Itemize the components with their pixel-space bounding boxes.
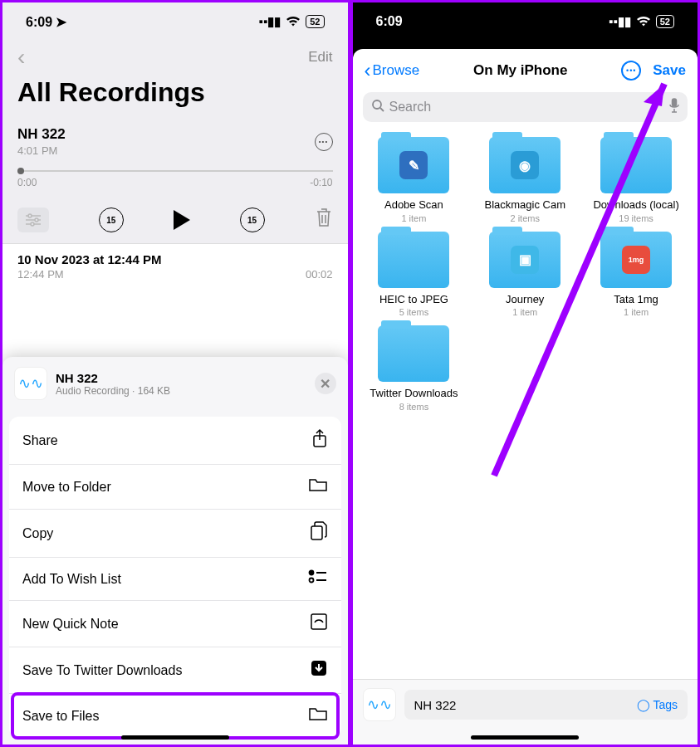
filename-text: NH 322 bbox=[414, 698, 457, 712]
folder-adobe-scan[interactable]: ✎Adobe Scan1 item bbox=[361, 137, 467, 223]
page-title: All Recordings bbox=[2, 74, 348, 118]
menu-item-add-to-wish-list[interactable]: Add To Wish List bbox=[9, 558, 341, 601]
menu-icon bbox=[308, 569, 328, 588]
recording2-duration: 00:02 bbox=[306, 268, 333, 281]
clock: 6:09 bbox=[376, 14, 403, 29]
folder-count: 1 item bbox=[583, 307, 689, 317]
svg-point-5 bbox=[31, 222, 34, 226]
files-sheet: ‹Browse On My iPhone ••• Save Search ✎Ad… bbox=[353, 49, 698, 745]
skip-forward-button[interactable]: 15 bbox=[240, 208, 265, 232]
sheet-file-sub: Audio Recording · 164 KB bbox=[56, 385, 306, 397]
nav-title: On My iPhone bbox=[473, 62, 567, 79]
more-icon[interactable]: ••• bbox=[621, 61, 641, 81]
recording-item[interactable]: 10 Nov 2023 at 12:44 PM 12:44 PM 00:02 bbox=[2, 243, 348, 289]
svg-point-10 bbox=[309, 571, 313, 575]
folder-name: Twitter Downloads bbox=[361, 387, 467, 400]
menu-item-save-to-twitter-downloads[interactable]: Save To Twitter Downloads bbox=[9, 647, 341, 694]
recording-card[interactable]: NH 322 4:01 PM ••• 0:00 -0:10 bbox=[2, 118, 348, 197]
menu-icon bbox=[308, 476, 328, 497]
play-button[interactable] bbox=[174, 210, 190, 230]
menu-label: Add To Wish List bbox=[22, 572, 121, 587]
folder-grid: ✎Adobe Scan1 item◉Blackmagic Cam2 itemsD… bbox=[353, 134, 698, 415]
menu-item-move-to-folder[interactable]: Move to Folder bbox=[9, 465, 341, 510]
menu-item-copy[interactable]: Copy bbox=[9, 510, 341, 558]
svg-rect-18 bbox=[673, 99, 677, 106]
nav-bar: ‹ Edit bbox=[2, 41, 348, 74]
svg-rect-9 bbox=[311, 526, 322, 540]
menu-item-save-to-files[interactable]: Save to Files bbox=[9, 694, 341, 738]
svg-point-4 bbox=[35, 218, 38, 222]
wifi-icon bbox=[636, 15, 651, 29]
browse-back-button[interactable]: ‹Browse bbox=[365, 59, 420, 82]
edit-button[interactable]: Edit bbox=[308, 49, 332, 66]
folder-heic-to-jpeg[interactable]: HEIC to JPEG5 items bbox=[361, 232, 467, 318]
menu-label: Save To Twitter Downloads bbox=[22, 663, 182, 678]
folder-count: 8 items bbox=[361, 402, 467, 412]
recording2-time: 12:44 PM bbox=[17, 268, 64, 281]
recording-name: NH 322 bbox=[17, 126, 66, 143]
menu-label: Move to Folder bbox=[22, 480, 111, 495]
folder-name: Tata 1mg bbox=[583, 293, 689, 306]
folder-name: Blackmagic Cam bbox=[472, 198, 578, 212]
recording-time: 4:01 PM bbox=[17, 144, 66, 157]
status-bar: 6:09 ➤ ▪▪▮▮ 52 bbox=[2, 2, 348, 41]
folder-count: 1 item bbox=[472, 307, 578, 317]
folder-tata-1mg[interactable]: 1mgTata 1mg1 item bbox=[583, 232, 689, 318]
signal-icon: ▪▪▮▮ bbox=[259, 14, 281, 29]
search-placeholder: Search bbox=[389, 100, 665, 115]
audio-icon: ∿∿ bbox=[14, 367, 47, 400]
trash-icon[interactable] bbox=[315, 207, 333, 233]
more-icon[interactable]: ••• bbox=[315, 133, 333, 151]
time-start: 0:00 bbox=[17, 177, 37, 188]
folder-blackmagic-cam[interactable]: ◉Blackmagic Cam2 items bbox=[472, 137, 578, 223]
playback-controls: 15 15 bbox=[2, 197, 348, 243]
menu-icon bbox=[310, 659, 328, 681]
close-icon[interactable]: ✕ bbox=[315, 373, 336, 394]
recording2-title: 10 Nov 2023 at 12:44 PM bbox=[17, 252, 333, 266]
folder-icon: ◉ bbox=[489, 137, 560, 193]
svg-rect-14 bbox=[311, 614, 326, 629]
search-field[interactable]: Search bbox=[363, 92, 688, 122]
menu-icon bbox=[311, 428, 328, 452]
search-icon bbox=[371, 99, 384, 115]
menu-item-share[interactable]: Share bbox=[9, 417, 341, 465]
folder-icon: ▣ bbox=[489, 232, 560, 288]
folder-icon bbox=[378, 325, 449, 382]
menu-item-new-quick-note[interactable]: New Quick Note bbox=[9, 601, 341, 647]
menu-label: Copy bbox=[22, 526, 53, 541]
voice-memos-screen: 6:09 ➤ ▪▪▮▮ 52 ‹ Edit All Recordings NH … bbox=[0, 0, 350, 747]
battery-icon: 52 bbox=[306, 15, 324, 28]
share-sheet: ∿∿ NH 322 Audio Recording · 164 KB ✕ Sha… bbox=[2, 357, 348, 745]
mic-icon[interactable] bbox=[669, 98, 679, 116]
folder-count: 1 item bbox=[361, 213, 467, 223]
folder-count: 2 items bbox=[472, 213, 578, 223]
nav-bar: ‹Browse On My iPhone ••• Save bbox=[353, 49, 698, 92]
battery-icon: 52 bbox=[656, 15, 674, 28]
svg-point-12 bbox=[309, 579, 313, 583]
folder-journey[interactable]: ▣Journey1 item bbox=[472, 232, 578, 318]
skip-back-button[interactable]: 15 bbox=[99, 208, 124, 232]
options-button[interactable] bbox=[17, 208, 49, 232]
clock: 6:09 bbox=[26, 15, 52, 29]
action-menu: ShareMove to FolderCopyAdd To Wish ListN… bbox=[9, 417, 341, 738]
files-screen: 6:09 ▪▪▮▮ 52 ‹Browse On My iPhone ••• Sa… bbox=[350, 0, 701, 747]
home-indicator[interactable] bbox=[471, 735, 579, 740]
status-bar: 6:09 ▪▪▮▮ 52 bbox=[353, 2, 698, 41]
menu-label: Share bbox=[22, 433, 58, 448]
scrubber[interactable] bbox=[17, 170, 333, 172]
folder-name: Adobe Scan bbox=[361, 198, 467, 212]
svg-point-3 bbox=[28, 214, 32, 217]
folder-icon bbox=[378, 232, 449, 288]
tags-button[interactable]: ◯ Tags bbox=[637, 698, 678, 711]
folder-name: Journey bbox=[472, 293, 578, 306]
filename-field[interactable]: NH 322 ◯ Tags bbox=[404, 690, 688, 720]
location-icon: ➤ bbox=[56, 15, 66, 29]
save-button[interactable]: Save bbox=[653, 62, 686, 79]
home-indicator[interactable] bbox=[121, 735, 229, 740]
menu-label: Save to Files bbox=[22, 709, 99, 724]
signal-icon: ▪▪▮▮ bbox=[609, 14, 631, 29]
folder-twitter-downloads[interactable]: Twitter Downloads8 items bbox=[361, 325, 467, 412]
folder-downloads-local-[interactable]: Downloads (local)19 items bbox=[583, 137, 689, 223]
svg-point-16 bbox=[373, 100, 381, 109]
back-button[interactable]: ‹ bbox=[17, 44, 25, 71]
